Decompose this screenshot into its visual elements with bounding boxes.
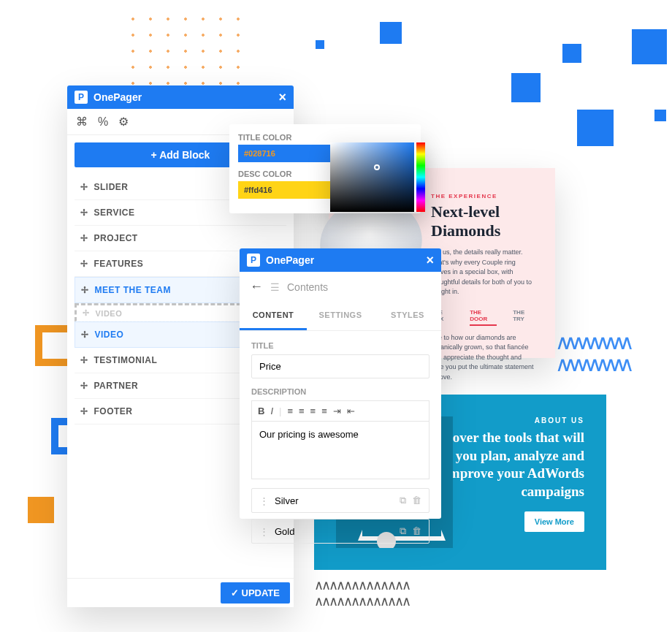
panel-title: OnePager bbox=[266, 254, 314, 266]
decorative-square bbox=[511, 73, 541, 102]
diamond-tab[interactable]: THE DOOR bbox=[470, 309, 497, 326]
gear-icon[interactable]: ⚙ bbox=[118, 115, 129, 129]
copy-icon[interactable]: ⧉ bbox=[400, 495, 406, 506]
hero-view-more-button[interactable]: View More bbox=[524, 511, 584, 532]
italic-icon[interactable]: I bbox=[270, 406, 273, 416]
tab-content[interactable]: CONTENT bbox=[240, 302, 307, 330]
contents-panel: P OnePager × ← ☰ Contents CONTENT SETTIN… bbox=[240, 248, 441, 519]
outdent-icon[interactable]: ⇤ bbox=[347, 406, 355, 416]
diamond-tab[interactable]: THE TRY bbox=[513, 309, 535, 326]
title-color-label: TITLE COLOR bbox=[238, 133, 412, 142]
trash-icon[interactable]: 🗑 bbox=[412, 525, 421, 537]
grip-icon[interactable]: ✢ bbox=[81, 285, 89, 295]
blocks-icon[interactable]: ⌘ bbox=[76, 115, 88, 129]
close-icon[interactable]: × bbox=[426, 253, 434, 268]
close-icon[interactable]: × bbox=[278, 90, 286, 105]
decorative-square bbox=[316, 40, 324, 49]
decorative-square bbox=[28, 497, 54, 523]
grip-icon[interactable]: ⋮ bbox=[259, 495, 269, 506]
block-label: TESTIMONIAL bbox=[94, 355, 158, 365]
diamond-tabs: THE BOX THE DOOR THE TRY bbox=[431, 309, 535, 326]
rte-toolbar: B I | ≡ ≡ ≡ ≡ ⇥ ⇤ bbox=[251, 400, 429, 421]
grip-icon[interactable]: ✢ bbox=[81, 330, 89, 340]
block-label: VIDEO bbox=[96, 309, 123, 318]
hue-slider[interactable] bbox=[416, 142, 425, 212]
decorative-square bbox=[562, 44, 581, 63]
tab-styles[interactable]: STYLES bbox=[374, 302, 441, 330]
align-left-icon[interactable]: ≡ bbox=[287, 406, 293, 416]
hamburger-icon[interactable]: ☰ bbox=[270, 281, 280, 293]
decorative-zigzag: ∧∧∧∧∧∧∧∧∧ bbox=[555, 352, 627, 376]
app-logo-icon: P bbox=[75, 91, 88, 104]
grip-icon[interactable]: ✢ bbox=[80, 406, 88, 416]
grip-icon[interactable]: ✢ bbox=[80, 259, 88, 269]
align-right-icon[interactable]: ≡ bbox=[310, 406, 316, 416]
update-button[interactable]: ✓ UPDATE bbox=[221, 582, 290, 604]
diamond-title: Next-level Diamonds bbox=[431, 202, 535, 240]
diamond-eyebrow: THE EXPERIENCE bbox=[431, 193, 535, 199]
block-label: PROJECT bbox=[94, 233, 138, 243]
grip-icon[interactable]: ✢ bbox=[83, 308, 90, 318]
description-field-label: DESCRIPTION bbox=[251, 387, 429, 396]
option-label: Silver bbox=[275, 495, 299, 506]
block-label: FOOTER bbox=[94, 406, 133, 416]
grip-icon[interactable]: ⋮ bbox=[259, 526, 269, 537]
contents-breadcrumb: Contents bbox=[287, 281, 328, 293]
tab-settings[interactable]: SETTINGS bbox=[307, 302, 374, 330]
grip-icon[interactable]: ✢ bbox=[80, 233, 88, 243]
block-label: MEET THE TEAM bbox=[95, 285, 172, 295]
block-label: FEATURES bbox=[94, 259, 144, 269]
title-input[interactable] bbox=[251, 354, 429, 378]
link-icon[interactable]: % bbox=[98, 115, 108, 129]
grip-icon[interactable]: ✢ bbox=[80, 381, 88, 391]
contents-tabs: CONTENT SETTINGS STYLES bbox=[240, 302, 441, 331]
block-item[interactable]: ✢PROJECT bbox=[75, 226, 286, 251]
diamond-body-1: For us, the details really matter. That'… bbox=[431, 248, 535, 297]
grip-icon[interactable]: ✢ bbox=[80, 182, 88, 192]
price-option-row[interactable]: ⋮ Silver ⧉🗑 bbox=[251, 488, 429, 513]
decorative-square bbox=[577, 110, 614, 146]
indent-icon[interactable]: ⇥ bbox=[333, 406, 341, 416]
block-label: PARTNER bbox=[94, 381, 139, 391]
align-justify-icon[interactable]: ≡ bbox=[321, 406, 327, 416]
panel-titlebar: P OnePager × bbox=[67, 85, 294, 109]
decorative-square bbox=[654, 110, 666, 121]
decorative-chevrons: ∧∧∧∧∧∧∧∧∧∧∧∧∧ bbox=[314, 593, 409, 609]
copy-icon[interactable]: ⧉ bbox=[400, 525, 406, 537]
grip-icon[interactable]: ✢ bbox=[80, 208, 88, 218]
app-logo-icon: P bbox=[247, 254, 260, 267]
block-label: VIDEO bbox=[95, 330, 124, 340]
back-arrow-icon[interactable]: ← bbox=[250, 279, 263, 294]
grip-icon[interactable]: ✢ bbox=[80, 355, 88, 365]
decorative-square bbox=[632, 29, 667, 64]
panel-title: OnePager bbox=[93, 91, 142, 103]
option-label: Gold bbox=[275, 526, 294, 537]
block-label: SERVICE bbox=[94, 208, 135, 218]
title-field-label: TITLE bbox=[251, 341, 429, 350]
block-label: SLIDER bbox=[94, 182, 129, 192]
bold-icon[interactable]: B bbox=[258, 406, 264, 416]
decorative-zigzag: ∧∧∧∧∧∧∧∧∧ bbox=[555, 330, 627, 354]
decorative-chevrons: ∧∧∧∧∧∧∧∧∧∧∧∧∧ bbox=[314, 577, 409, 593]
price-option-row[interactable]: ⋮ Gold ⧉🗑 bbox=[251, 519, 429, 544]
description-textarea[interactable] bbox=[251, 421, 429, 479]
panel-titlebar: P OnePager × bbox=[240, 248, 441, 272]
decorative-square bbox=[380, 22, 402, 44]
trash-icon[interactable]: 🗑 bbox=[412, 495, 421, 506]
align-center-icon[interactable]: ≡ bbox=[299, 406, 305, 416]
color-picker[interactable] bbox=[330, 142, 425, 212]
color-gradient[interactable] bbox=[330, 142, 414, 212]
diamond-body-2: ode to how our diamonds are organically … bbox=[431, 333, 535, 383]
